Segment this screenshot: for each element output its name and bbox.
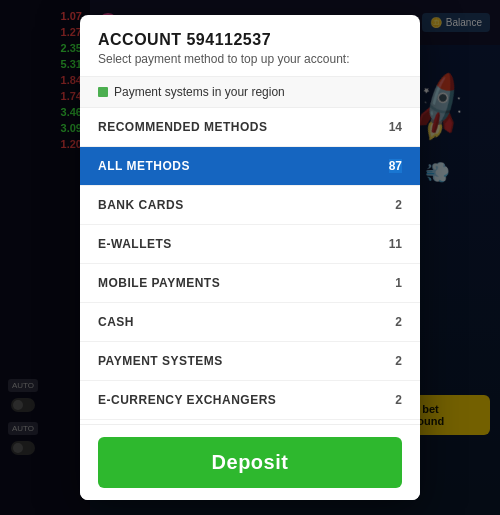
- method-name: MOBILE PAYMENTS: [98, 276, 220, 290]
- payment-method-payment-systems[interactable]: PAYMENT SYSTEMS2: [80, 342, 420, 381]
- payment-method-recommended[interactable]: RECOMMENDED METHODS14: [80, 108, 420, 147]
- deposit-btn-container: Deposit: [80, 424, 420, 500]
- method-count: 2: [395, 198, 402, 212]
- modal-subtitle: Select payment method to top up your acc…: [98, 52, 402, 66]
- modal-title: ACCOUNT 594112537: [98, 31, 402, 49]
- deposit-button[interactable]: Deposit: [98, 437, 402, 488]
- modal-header: ACCOUNT 594112537 Select payment method …: [80, 15, 420, 77]
- payment-method-all[interactable]: ALL METHODS87: [80, 147, 420, 186]
- method-count: 2: [395, 315, 402, 329]
- method-name: E-WALLETS: [98, 237, 172, 251]
- method-name: RECOMMENDED METHODS: [98, 120, 268, 134]
- payment-method-ecurrency[interactable]: E-CURRENCY EXCHANGERS2: [80, 381, 420, 420]
- payment-method-mobile[interactable]: MOBILE PAYMENTS1: [80, 264, 420, 303]
- method-count: 14: [389, 120, 402, 134]
- method-count: 2: [395, 393, 402, 407]
- region-status-icon: [98, 87, 108, 97]
- method-count: 1: [395, 276, 402, 290]
- method-name: BANK CARDS: [98, 198, 184, 212]
- region-text: Payment systems in your region: [114, 85, 285, 99]
- method-count: 87: [389, 159, 402, 173]
- payment-methods-list: RECOMMENDED METHODS14ALL METHODS87BANK C…: [80, 108, 420, 424]
- payment-modal: ACCOUNT 594112537 Select payment method …: [80, 15, 420, 500]
- method-name: CASH: [98, 315, 134, 329]
- method-count: 11: [389, 237, 402, 251]
- modal-overlay: ACCOUNT 594112537 Select payment method …: [0, 0, 500, 515]
- method-name: PAYMENT SYSTEMS: [98, 354, 223, 368]
- payment-method-ewallets[interactable]: E-WALLETS11: [80, 225, 420, 264]
- payment-method-cash[interactable]: CASH2: [80, 303, 420, 342]
- payment-method-bank-cards[interactable]: BANK CARDS2: [80, 186, 420, 225]
- method-count: 2: [395, 354, 402, 368]
- method-name: ALL METHODS: [98, 159, 190, 173]
- method-name: E-CURRENCY EXCHANGERS: [98, 393, 276, 407]
- region-indicator: Payment systems in your region: [80, 77, 420, 108]
